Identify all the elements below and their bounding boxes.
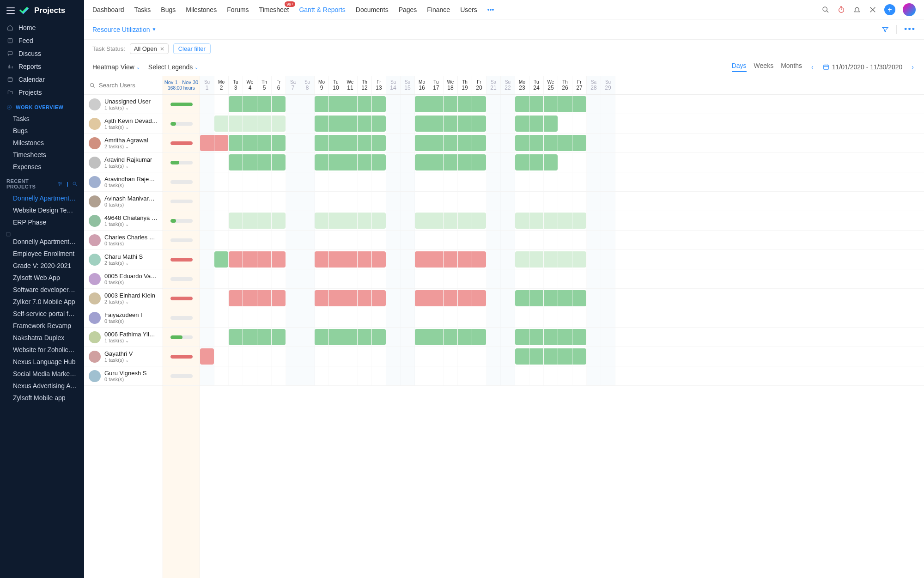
project-item[interactable]: Donnelly Apartments C — [0, 228, 84, 248]
heatmap-cell[interactable] — [458, 250, 472, 269]
heatmap-cell[interactable] — [243, 250, 257, 269]
sidebar-item-bugs[interactable]: Bugs — [0, 125, 84, 137]
heatmap-cell[interactable] — [529, 95, 544, 114]
heatmap-cell[interactable] — [243, 289, 257, 308]
heatmap-cell[interactable] — [372, 134, 386, 152]
heatmap-cell[interactable] — [529, 153, 544, 172]
heatmap-cell[interactable] — [372, 153, 386, 172]
heatmap-cell[interactable] — [243, 211, 257, 230]
heatmap-cell[interactable] — [272, 328, 286, 347]
heatmap-cell[interactable] — [429, 153, 444, 172]
heatmap-cell[interactable] — [415, 114, 429, 133]
prev-period-button[interactable]: ‹ — [809, 63, 815, 71]
heatmap-cell[interactable] — [544, 95, 558, 114]
heatmap-cell[interactable] — [257, 134, 272, 152]
heatmap-cell[interactable] — [343, 153, 358, 172]
heatmap-cell[interactable] — [229, 250, 243, 269]
heatmap-cell[interactable] — [229, 134, 243, 152]
heatmap-cell[interactable] — [544, 134, 558, 152]
tab-milestones[interactable]: Milestones — [186, 6, 217, 13]
heatmap-cell[interactable] — [544, 347, 558, 366]
heatmap-cell[interactable] — [544, 328, 558, 347]
user-task-count[interactable]: 2 task(s) ⌄ — [104, 260, 143, 266]
user-row[interactable]: Guru Vignesh S 0 task(s) — [84, 366, 163, 386]
sidebar-item-home[interactable]: Home — [0, 21, 84, 34]
heatmap-cell[interactable] — [315, 289, 329, 308]
heatmap-cell[interactable] — [529, 328, 544, 347]
heatmap-cell[interactable] — [372, 114, 386, 133]
project-item[interactable]: Social Media Marketing — [0, 368, 84, 380]
heatmap-cell[interactable] — [343, 328, 358, 347]
heatmap-cell[interactable] — [329, 153, 343, 172]
user-task-count[interactable]: 1 task(s) ⌄ — [104, 338, 155, 343]
user-row[interactable]: Aravindhan Rajen… 0 task(s) — [84, 172, 163, 192]
heatmap-cell[interactable] — [358, 153, 372, 172]
heatmap-cell[interactable] — [243, 328, 257, 347]
heatmap-cell[interactable] — [257, 153, 272, 172]
heatmap-cell[interactable] — [358, 211, 372, 230]
heatmap-cell[interactable] — [329, 211, 343, 230]
user-task-count[interactable]: 2 task(s) ⌄ — [104, 299, 155, 304]
sidebar-item-discuss[interactable]: Discuss — [0, 47, 84, 60]
project-item[interactable]: Employee Enrollment — [0, 248, 84, 260]
heatmap-cell[interactable] — [429, 328, 444, 347]
close-icon[interactable]: ✕ — [160, 46, 164, 52]
user-row[interactable]: 0005 Eduardo Va… 0 task(s) — [84, 269, 163, 289]
sidebar-section-work[interactable]: WORK OVERVIEW — [0, 99, 84, 113]
heatmap-cell[interactable] — [544, 114, 558, 133]
user-row[interactable]: 0006 Fathima Yil… 1 task(s) ⌄ — [84, 328, 163, 347]
user-task-count[interactable]: 2 task(s) ⌄ — [104, 144, 148, 149]
heatmap-cell[interactable] — [415, 250, 429, 269]
user-task-count[interactable]: 1 task(s) ⌄ — [104, 105, 151, 110]
project-item[interactable]: Software developers re — [0, 284, 84, 296]
heatmap-cell[interactable] — [229, 114, 243, 133]
heatmap-cell[interactable] — [415, 211, 429, 230]
heatmap-cell[interactable] — [544, 153, 558, 172]
heatmap-cell[interactable] — [558, 289, 572, 308]
tab-forums[interactable]: Forums — [227, 6, 249, 13]
heatmap-cell[interactable] — [343, 211, 358, 230]
user-row[interactable]: Faiyazudeen I 0 task(s) — [84, 308, 163, 328]
sidebar-item-milestones[interactable]: Milestones — [0, 137, 84, 149]
heatmap-cell[interactable] — [358, 250, 372, 269]
tab-users[interactable]: Users — [460, 6, 477, 13]
tab-finance[interactable]: Finance — [427, 6, 450, 13]
project-item[interactable]: Website Design Templa — [0, 204, 84, 216]
heatmap-cell[interactable] — [315, 328, 329, 347]
heatmap-cell[interactable] — [558, 250, 572, 269]
user-row[interactable]: 0003 Einhard Klein 2 task(s) ⌄ — [84, 289, 163, 308]
search-users-input[interactable] — [99, 82, 157, 89]
heatmap-cell[interactable] — [515, 134, 529, 152]
heatmap-cell[interactable] — [458, 114, 472, 133]
heatmap-cell[interactable] — [200, 347, 214, 366]
heatmap-cell[interactable] — [372, 328, 386, 347]
add-button[interactable]: + — [884, 4, 895, 15]
heatmap-cell[interactable] — [529, 134, 544, 152]
project-item[interactable]: Zylsoft Mobile app — [0, 392, 84, 404]
heatmap-cell[interactable] — [458, 95, 472, 114]
user-task-count[interactable]: 1 task(s) ⌄ — [104, 357, 133, 363]
heatmap-cell[interactable] — [544, 250, 558, 269]
heatmap-cell[interactable] — [572, 289, 587, 308]
heatmap-cell[interactable] — [329, 328, 343, 347]
tab-gantt-reports[interactable]: Gantt & Reports — [299, 6, 345, 13]
project-item[interactable]: Framework Revamp — [0, 320, 84, 332]
heatmap-cell[interactable] — [472, 250, 486, 269]
heatmap-cell[interactable] — [329, 95, 343, 114]
user-row[interactable]: Ajith Kevin Devad… 1 task(s) ⌄ — [84, 114, 163, 134]
heatmap-cell[interactable] — [329, 289, 343, 308]
settings-icon[interactable] — [57, 181, 63, 187]
heatmap-cell[interactable] — [529, 114, 544, 133]
heatmap-cell[interactable] — [558, 328, 572, 347]
hamburger-icon[interactable] — [6, 7, 15, 14]
scale-weeks[interactable]: Weeks — [754, 62, 774, 72]
heatmap-cell[interactable] — [572, 95, 587, 114]
user-task-count[interactable]: 1 task(s) ⌄ — [104, 124, 158, 130]
filter-icon[interactable] — [881, 26, 889, 33]
heatmap-cell[interactable] — [515, 250, 529, 269]
project-item[interactable]: ERP Phase — [0, 216, 84, 228]
user-row[interactable]: Gayathri V 1 task(s) ⌄ — [84, 347, 163, 366]
heatmap-cell[interactable] — [257, 328, 272, 347]
tab-tasks[interactable]: Tasks — [134, 6, 151, 13]
heatmap-cell[interactable] — [415, 134, 429, 152]
